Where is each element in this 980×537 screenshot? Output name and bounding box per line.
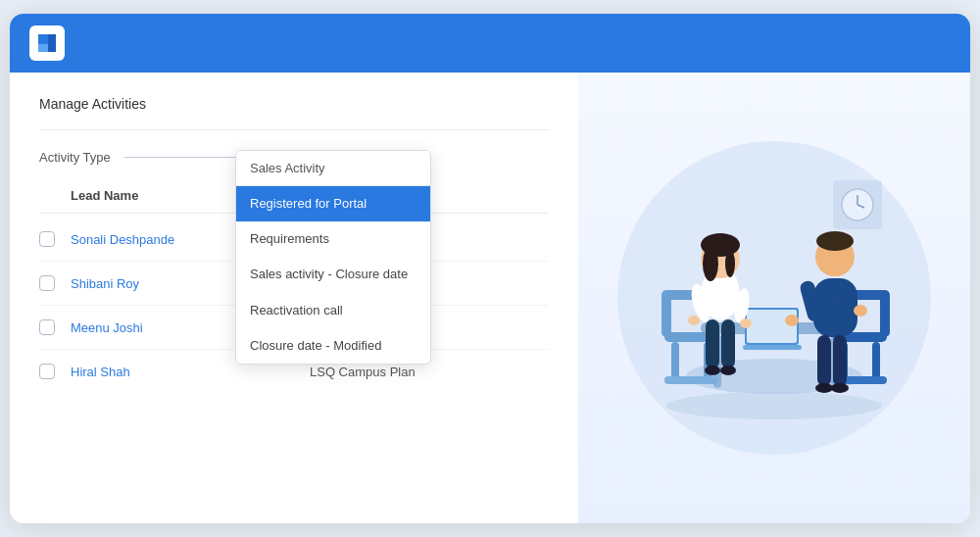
svg-point-51 <box>666 392 882 419</box>
svg-point-49 <box>815 383 833 393</box>
page-title: Manage Activities <box>39 96 549 112</box>
svg-point-50 <box>831 383 849 393</box>
logo <box>29 25 65 61</box>
svg-point-33 <box>688 316 700 325</box>
svg-point-41 <box>816 231 854 251</box>
row-checkbox-3[interactable] <box>39 319 55 335</box>
product-4: LSQ Campus Plan <box>310 365 549 379</box>
svg-rect-12 <box>671 342 679 381</box>
lead-name-4[interactable]: Hiral Shah <box>71 365 310 379</box>
dropdown-item-registered[interactable]: Registered for Portal <box>236 186 430 221</box>
svg-rect-25 <box>743 345 802 350</box>
dropdown-item-closure-modified[interactable]: Closure date - Modified <box>236 328 430 364</box>
svg-point-46 <box>854 305 867 317</box>
svg-rect-35 <box>706 319 719 368</box>
svg-point-34 <box>740 318 752 328</box>
svg-rect-0 <box>38 34 48 44</box>
svg-marker-1 <box>48 34 56 52</box>
illustration <box>608 141 941 455</box>
svg-point-37 <box>705 366 720 375</box>
left-panel: Manage Activities Activity Type Sales Ac… <box>10 73 578 523</box>
activity-type-label: Activity Type <box>39 150 111 165</box>
dropdown-header: Sales Activity <box>236 151 430 186</box>
dropdown-item-sales-closure[interactable]: Sales activity - Closure date <box>236 257 430 292</box>
right-panel <box>578 73 970 523</box>
svg-point-30 <box>725 250 735 277</box>
svg-rect-47 <box>817 335 831 386</box>
svg-point-38 <box>720 366 736 375</box>
divider <box>39 129 549 130</box>
dropdown-container: Sales Activity Registered for Portal Req… <box>235 150 431 365</box>
svg-rect-36 <box>721 319 735 368</box>
dropdown-box: Sales Activity Registered for Portal Req… <box>235 150 431 365</box>
row-checkbox-2[interactable] <box>39 275 55 291</box>
app-window: Manage Activities Activity Type Sales Ac… <box>10 14 970 523</box>
row-checkbox-1[interactable] <box>39 231 55 247</box>
topbar <box>10 14 970 73</box>
svg-point-45 <box>785 315 799 326</box>
row-checkbox-4[interactable] <box>39 364 55 379</box>
dropdown-item-requirements[interactable]: Requirements <box>236 221 430 257</box>
content-area: Manage Activities Activity Type Sales Ac… <box>10 73 970 523</box>
svg-rect-2 <box>38 44 48 52</box>
svg-rect-24 <box>747 310 797 343</box>
dropdown-item-reactivation[interactable]: Reactivation call <box>236 293 430 328</box>
svg-rect-19 <box>872 342 880 381</box>
svg-rect-14 <box>664 376 718 384</box>
activity-type-row: Activity Type Sales Activity Registered … <box>39 150 549 165</box>
svg-rect-48 <box>833 335 847 386</box>
svg-point-29 <box>703 246 718 281</box>
